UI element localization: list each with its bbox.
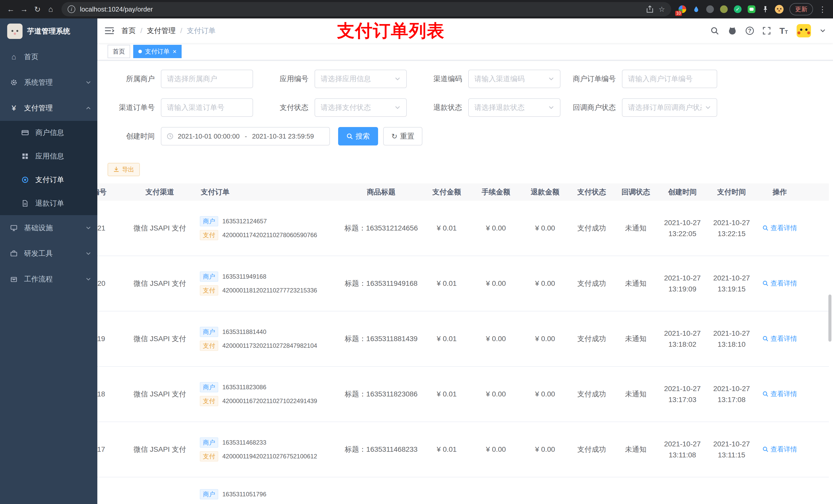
- pay-status-select[interactable]: 请选择支付状态: [314, 98, 407, 117]
- forward-icon[interactable]: →: [18, 3, 31, 16]
- tab-pay-order[interactable]: 支付订单 ×: [133, 45, 182, 58]
- search-icon[interactable]: [710, 26, 719, 35]
- cell-action: 查看详情: [756, 389, 803, 399]
- sidebar-item-label: 应用信息: [35, 151, 64, 161]
- user-avatar[interactable]: [796, 24, 811, 38]
- cell-refund: ¥ 0.00: [521, 446, 570, 454]
- create-time-range-picker[interactable]: 2021-10-01 00:00:00 - 2021-10-31 23:59:5…: [161, 127, 330, 145]
- tab-home[interactable]: 首页: [108, 45, 130, 58]
- sidebar-item-merchant-info[interactable]: 商户信息: [0, 121, 97, 144]
- url-text: localhost:1024/pay/order: [80, 5, 641, 13]
- view-detail-link[interactable]: 查看详情: [762, 389, 797, 399]
- sidebar: 芋道管理系统 ⌂ 首页 系统管理 ¥ 支付管理: [0, 19, 97, 504]
- pay-tag: 支付: [200, 285, 218, 295]
- sidebar-item-workflow[interactable]: 工作流程: [0, 266, 97, 292]
- merchant-tag: 商户: [200, 382, 218, 392]
- view-detail-link[interactable]: 查看详情: [762, 334, 797, 343]
- update-button[interactable]: 更新: [789, 3, 813, 15]
- view-detail-link[interactable]: 查看详情: [762, 445, 797, 454]
- check-extension-icon[interactable]: ✓: [733, 4, 743, 14]
- notify-status-select[interactable]: 请选择订单回调商户状态: [622, 98, 717, 117]
- sidebar-item-app-info[interactable]: 应用信息: [0, 144, 97, 168]
- pin-extension-icon[interactable]: [760, 4, 770, 14]
- search-button[interactable]: 搜索: [338, 127, 378, 145]
- refresh-icon: ↻: [391, 132, 397, 141]
- reload-icon[interactable]: ↻: [31, 3, 44, 16]
- olive-extension-icon[interactable]: [719, 4, 729, 14]
- fullscreen-icon[interactable]: [763, 27, 771, 35]
- col-header-fee: 手续金额: [471, 187, 521, 197]
- hamburger-icon[interactable]: [97, 27, 121, 35]
- pay-order-no: 4200001174202110278060590766: [222, 232, 317, 239]
- sidebar-item-pay-order[interactable]: 支付订单: [0, 168, 97, 192]
- breadcrumb-separator: /: [140, 27, 142, 35]
- col-header-id: 编号: [97, 187, 120, 197]
- close-icon[interactable]: ×: [173, 48, 176, 55]
- sidebar-item-payment[interactable]: ¥ 支付管理: [0, 95, 97, 121]
- drop-extension-icon[interactable]: [691, 4, 701, 14]
- sidebar-item-refund-order[interactable]: 退款订单: [0, 192, 97, 215]
- github-icon[interactable]: [728, 26, 737, 35]
- sidebar-item-system[interactable]: 系统管理: [0, 70, 97, 95]
- cell-pay-time: 2021-10-2713:19:15: [707, 272, 756, 295]
- user-caret-icon[interactable]: [820, 28, 826, 34]
- table-row: 121 微信 JSAPI 支付 商户1635312124657 支付420000…: [97, 201, 829, 256]
- refund-status-select[interactable]: 请选择退款状态: [468, 98, 561, 117]
- cell-notify: 未通知: [614, 334, 658, 344]
- home-icon[interactable]: ⌂: [44, 3, 57, 16]
- help-icon[interactable]: ?: [746, 27, 754, 35]
- cell-create-time: 2021-10-2713:22:05: [658, 217, 707, 239]
- cell-id: 117: [97, 446, 120, 454]
- sidebar-item-infra[interactable]: 基础设施: [0, 215, 97, 241]
- chat-extension-icon[interactable]: [746, 4, 757, 14]
- active-dot: [138, 50, 142, 53]
- reset-button[interactable]: ↻ 重置: [383, 127, 422, 145]
- filter-label-merchant-order-no: 商户订单编号: [569, 74, 622, 84]
- browser-toolbar: ← → ↻ ⌂ i localhost:1024/pay/order ☆ 10 …: [0, 0, 833, 19]
- col-header-action: 操作: [756, 187, 803, 197]
- merchant-order-no-input[interactable]: [622, 70, 717, 88]
- back-icon[interactable]: ←: [4, 3, 18, 16]
- breadcrumb-payment[interactable]: 支付管理: [147, 26, 176, 35]
- cell-pay-order: 商户1635311468233 支付4200001194202110276752…: [200, 434, 340, 465]
- apps-grid-extension-icon[interactable]: 10: [677, 4, 688, 14]
- breadcrumb-home[interactable]: 首页: [121, 26, 136, 35]
- site-info-icon[interactable]: i: [68, 5, 75, 13]
- select-placeholder: 请选择退款状态: [474, 103, 545, 113]
- merchant-input[interactable]: [161, 70, 253, 88]
- sidebar-item-label: 退款订单: [35, 198, 64, 208]
- browser-menu-icon[interactable]: ⋮: [816, 5, 829, 14]
- sidebar-item-label: 研发工具: [24, 249, 53, 258]
- export-button[interactable]: 导出: [108, 163, 140, 176]
- box-icon: [9, 275, 19, 283]
- col-header-status: 支付状态: [570, 187, 614, 197]
- view-detail-link[interactable]: 查看详情: [762, 223, 797, 233]
- profile-avatar-icon[interactable]: [774, 4, 784, 14]
- view-detail-link[interactable]: 查看详情: [762, 279, 797, 288]
- pay-order-no: 4200001194202110276752100612: [222, 453, 317, 460]
- orders-table: 编号 支付渠道 支付订单 商品标题 支付金额 手续金额 退款金额 支付状态 回调…: [97, 183, 833, 504]
- cell-create-time: 2021-10-2713:18:02: [658, 328, 707, 350]
- dark-extension-icon[interactable]: [705, 4, 715, 14]
- bookmark-star-icon[interactable]: ☆: [659, 5, 665, 14]
- cell-notify: 未通知: [614, 223, 658, 233]
- col-header-title: 商品标题: [340, 187, 422, 197]
- share-icon[interactable]: [646, 5, 653, 13]
- app-logo[interactable]: 芋道管理系统: [0, 19, 97, 44]
- select-placeholder: 请选择订单回调商户状态: [628, 103, 702, 113]
- cell-action: 查看详情: [756, 223, 803, 233]
- address-bar[interactable]: i localhost:1024/pay/order ☆: [62, 2, 671, 16]
- sidebar-item-label: 系统管理: [24, 78, 53, 87]
- select-placeholder: 请输入渠道编码: [474, 74, 545, 84]
- app-id-select[interactable]: 请选择应用信息: [314, 70, 407, 88]
- vertical-scrollbar[interactable]: [828, 294, 831, 342]
- channel-order-no-input[interactable]: [161, 98, 253, 117]
- col-header-notify: 回调状态: [614, 187, 658, 197]
- font-size-icon[interactable]: TT: [780, 26, 788, 35]
- sidebar-item-home[interactable]: ⌂ 首页: [0, 44, 97, 70]
- channel-code-select[interactable]: 请输入渠道编码: [468, 70, 561, 88]
- sidebar-item-devtools[interactable]: 研发工具: [0, 241, 97, 266]
- pay-tag: 支付: [200, 230, 218, 240]
- filter-label-create-time: 创建时间: [108, 131, 161, 141]
- top-navbar: 首页 / 支付管理 / 支付订单 支付订单列表 ?: [97, 19, 833, 43]
